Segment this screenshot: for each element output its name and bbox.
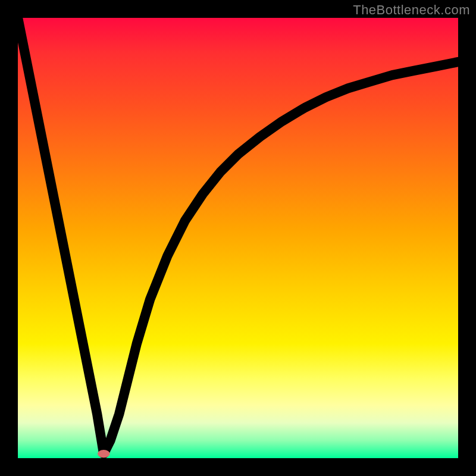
plot-area	[18, 18, 458, 458]
chart-frame: TheBottleneck.com	[0, 0, 476, 476]
watermark-text: TheBottleneck.com	[353, 2, 470, 18]
bottleneck-curve	[18, 18, 458, 454]
optimal-point-marker	[98, 450, 110, 458]
curve-svg	[18, 18, 458, 458]
